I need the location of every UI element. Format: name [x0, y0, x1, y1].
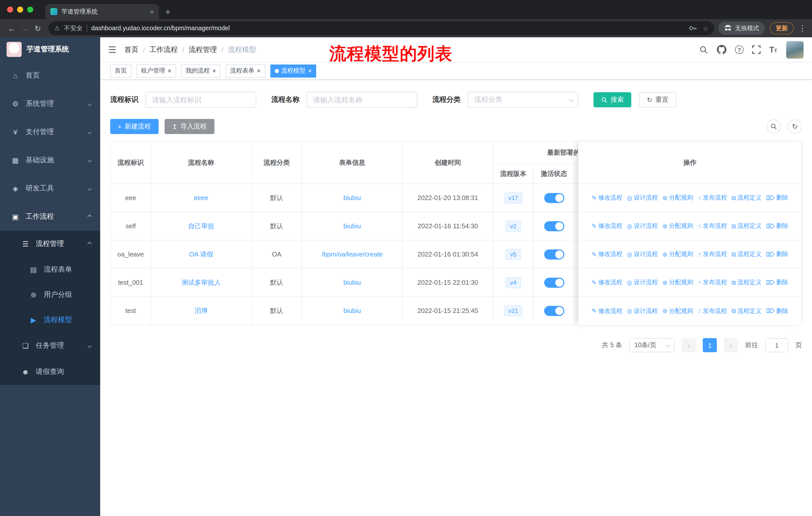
tag-process-model[interactable]: 流程模型 ×	[270, 64, 316, 77]
goto-page-input[interactable]	[765, 338, 788, 352]
toolbar-refresh-button[interactable]: ↻	[788, 119, 802, 134]
reset-button[interactable]: ↻ 重置	[639, 92, 676, 107]
action-edit[interactable]: ✎修改流程	[592, 278, 622, 287]
action-delete[interactable]: ⌦删除	[766, 278, 788, 287]
prev-page-button[interactable]: ‹	[682, 338, 696, 352]
close-icon[interactable]: ×	[168, 67, 171, 74]
version-badge[interactable]: v2	[505, 220, 521, 232]
form-info-link[interactable]: biubiu	[343, 307, 361, 315]
next-page-button[interactable]: ›	[724, 338, 738, 352]
action-definition[interactable]: ⧉流程定义	[731, 250, 761, 259]
tag-tenant[interactable]: 租户管理 ×	[137, 64, 176, 77]
sidebar-item-workflow[interactable]: ▣ 工作流程	[0, 202, 100, 231]
browser-update-button[interactable]: 更新	[770, 22, 794, 34]
action-edit[interactable]: ✎修改流程	[592, 222, 622, 230]
action-assign-rule[interactable]: ⊚分配规则	[663, 250, 693, 259]
breadcrumb-item[interactable]: 工作流程	[149, 45, 178, 54]
version-badge[interactable]: v5	[505, 249, 521, 260]
toolbar-search-button[interactable]	[767, 119, 781, 134]
breadcrumb-item[interactable]: 流程管理	[189, 45, 217, 54]
user-avatar[interactable]	[786, 40, 804, 59]
action-publish[interactable]: ☝发布流程	[698, 193, 727, 202]
action-publish[interactable]: ☝发布流程	[698, 278, 727, 287]
search-button[interactable]: 搜索	[593, 92, 631, 107]
import-process-button[interactable]: ↥ 导入流程	[164, 119, 214, 134]
sidebar-item-devtools[interactable]: ◈ 研发工具	[0, 174, 100, 202]
sidebar-item-process-model[interactable]: ▶ 流程模型	[0, 307, 100, 332]
action-definition[interactable]: ⧉流程定义	[731, 193, 761, 202]
action-design[interactable]: ◎设计流程	[627, 193, 658, 202]
browser-menu-icon[interactable]: ⋮	[798, 24, 807, 33]
close-window-button[interactable]	[7, 6, 13, 12]
process-name-link[interactable]: 自己审批	[188, 222, 214, 229]
sidebar-item-home[interactable]: ⌂ 首页	[0, 61, 100, 90]
breadcrumb-item[interactable]: 首页	[124, 45, 139, 54]
sidebar-item-infrastructure[interactable]: ▦ 基础设施	[0, 146, 100, 174]
action-edit[interactable]: ✎修改流程	[592, 307, 622, 315]
minimize-window-button[interactable]	[17, 6, 23, 12]
process-name-link[interactable]: 测试多审批人	[181, 278, 221, 286]
sidebar-item-leave-query[interactable]: ☻ 请假查询	[0, 359, 100, 385]
tag-home[interactable]: 首页	[110, 64, 132, 77]
active-toggle[interactable]	[544, 193, 564, 203]
maximize-window-button[interactable]	[27, 6, 33, 12]
active-toggle[interactable]	[544, 249, 564, 259]
tab-close-icon[interactable]: ×	[150, 7, 154, 16]
sidebar-item-payment[interactable]: ¥ 支付管理	[0, 118, 100, 146]
action-delete[interactable]: ⌦删除	[766, 222, 788, 230]
action-assign-rule[interactable]: ⊚分配规则	[663, 307, 693, 315]
action-delete[interactable]: ⌦删除	[766, 307, 788, 315]
action-delete[interactable]: ⌦删除	[766, 193, 788, 202]
create-process-button[interactable]: + 新建流程	[110, 119, 158, 134]
action-design[interactable]: ◎设计流程	[627, 278, 658, 287]
active-toggle[interactable]	[544, 221, 564, 231]
action-assign-rule[interactable]: ⊚分配规则	[663, 193, 693, 202]
action-assign-rule[interactable]: ⊚分配规则	[663, 222, 693, 230]
action-edit[interactable]: ✎修改流程	[592, 193, 622, 202]
action-edit[interactable]: ✎修改流程	[592, 250, 622, 259]
app-logo[interactable]: 芋道管理系统	[0, 37, 100, 61]
action-publish[interactable]: ☝发布流程	[698, 307, 727, 315]
page-number-current[interactable]: 1	[703, 338, 717, 352]
address-bar[interactable]: ⚠ 不安全 dashboard.yudao.iocoder.cn/bpm/man…	[48, 21, 714, 35]
process-name-input[interactable]	[307, 92, 417, 108]
active-toggle[interactable]	[544, 277, 564, 288]
sidebar-item-process-form[interactable]: ▤ 流程表单	[0, 257, 100, 282]
bookmark-star-icon[interactable]: ☆	[703, 24, 708, 32]
action-design[interactable]: ◎设计流程	[627, 250, 658, 259]
form-info-link[interactable]: biubiu	[343, 279, 361, 286]
action-assign-rule[interactable]: ⊚分配规则	[663, 278, 693, 287]
page-size-select[interactable]: 10条/页	[629, 338, 674, 352]
process-name-link[interactable]: OA 请假	[189, 250, 213, 258]
form-info-link[interactable]: biubiu	[343, 222, 361, 230]
process-id-input[interactable]	[145, 92, 256, 108]
help-icon[interactable]: ?	[735, 45, 744, 54]
github-icon[interactable]	[717, 45, 726, 54]
action-publish[interactable]: ☝发布流程	[698, 222, 727, 230]
action-definition[interactable]: ⧉流程定义	[731, 278, 761, 287]
action-definition[interactable]: ⧉流程定义	[731, 307, 761, 315]
close-icon[interactable]: ×	[308, 67, 312, 74]
close-icon[interactable]: ×	[212, 67, 216, 74]
sidebar-item-system[interactable]: ⚙ 系统管理	[0, 90, 100, 118]
version-badge[interactable]: v17	[504, 192, 523, 203]
action-definition[interactable]: ⧉流程定义	[731, 222, 761, 230]
sidebar-item-user-group[interactable]: ⊚ 用户分组	[0, 282, 100, 307]
form-info-link[interactable]: biubiu	[343, 194, 361, 201]
active-toggle[interactable]	[544, 306, 564, 316]
reload-icon[interactable]: ↻	[31, 24, 44, 32]
category-select[interactable]: 流程分类	[468, 92, 578, 108]
action-delete[interactable]: ⌦删除	[766, 250, 788, 259]
version-badge[interactable]: v21	[504, 305, 523, 316]
fullscreen-icon[interactable]	[752, 45, 761, 54]
close-icon[interactable]: ×	[257, 67, 261, 74]
forward-icon[interactable]: →	[18, 24, 31, 32]
search-icon[interactable]	[699, 45, 708, 54]
sidebar-item-process-management[interactable]: ☰ 流程管理	[0, 231, 100, 257]
new-tab-button[interactable]: +	[165, 7, 171, 17]
browser-tab[interactable]: 芋道管理系统 ×	[45, 4, 159, 19]
back-icon[interactable]: ←	[5, 24, 18, 32]
sidebar-item-task-management[interactable]: ❏ 任务管理	[0, 332, 100, 359]
font-size-icon[interactable]: TT	[769, 46, 777, 54]
tag-my-process[interactable]: 我的流程 ×	[181, 64, 221, 77]
